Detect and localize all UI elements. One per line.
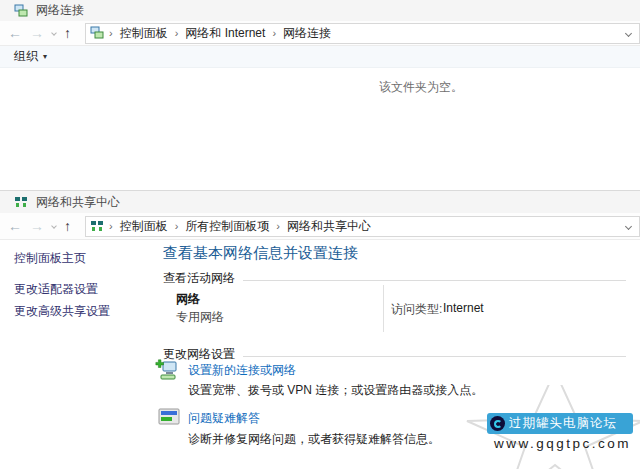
window1-content: 该文件夹为空。	[0, 68, 640, 188]
troubleshoot-icon[interactable]	[157, 407, 181, 429]
window2-address-bar[interactable]: › 控制面板 › 所有控制面板项 › 网络和共享中心	[85, 216, 640, 237]
window2-titlebar: 网络和共享中心	[0, 191, 640, 213]
breadcrumb-network-connections[interactable]: 网络连接	[281, 25, 333, 42]
breadcrumb-separator-icon: ›	[104, 220, 118, 232]
breadcrumb-separator-icon: ›	[271, 220, 285, 232]
back-button[interactable]: ←	[8, 219, 22, 233]
address-dropdown-icon[interactable]	[625, 222, 632, 229]
network-info-divider	[383, 285, 384, 332]
network-profile: 专用网络	[176, 309, 224, 326]
organize-label: 组织	[14, 48, 38, 65]
organize-button[interactable]: 组织 ▾	[14, 48, 47, 65]
forward-button[interactable]: →	[30, 219, 44, 233]
network-connections-window: 网络连接 ← → ↑ › 控制面板 › 网络和 Internet › 网络连接 …	[0, 0, 640, 189]
recent-pages-chevron-icon[interactable]	[51, 30, 57, 36]
breadcrumb-sharing-center[interactable]: 网络和共享中心	[285, 218, 373, 235]
active-networks-section-header: 查看活动网络	[163, 270, 626, 287]
network-settings-section-header: 更改网络设置	[163, 346, 626, 363]
breadcrumb-separator-icon: ›	[267, 27, 281, 39]
breadcrumb-network-internet[interactable]: 网络和 Internet	[183, 25, 267, 42]
task-desc-troubleshoot: 诊断并修复网络问题，或者获得疑难解答信息。	[188, 431, 440, 448]
access-type-label: 访问类型:	[391, 301, 442, 318]
recent-pages-chevron-icon[interactable]	[51, 223, 57, 229]
window2-title: 网络和共享中心	[36, 194, 120, 211]
sidebar-item-control-panel-home[interactable]: 控制面板主页	[14, 250, 86, 267]
forward-button[interactable]: →	[30, 26, 44, 40]
network-sharing-center-icon	[14, 195, 28, 209]
back-button[interactable]: ←	[8, 26, 22, 40]
watermark-site-url: www.gqgtpc.com	[494, 436, 631, 451]
breadcrumb-control-panel[interactable]: 控制面板	[118, 25, 170, 42]
sidebar-item-change-advanced-sharing[interactable]: 更改高级共享设置	[14, 303, 110, 320]
page-title: 查看基本网络信息并设置连接	[163, 244, 358, 263]
window2-content: 控制面板主页 更改适配器设置 更改高级共享设置 查看基本网络信息并设置连接 查看…	[0, 240, 640, 469]
watermark-site-name: 过期罐头电脑论坛	[509, 415, 617, 432]
breadcrumb-separator-icon: ›	[104, 27, 118, 39]
network-name: 网络	[176, 291, 200, 308]
window1-address-bar[interactable]: › 控制面板 › 网络和 Internet › 网络连接	[85, 23, 640, 44]
section-divider	[243, 356, 626, 357]
task-link-new-connection[interactable]: 设置新的连接或网络	[188, 362, 296, 379]
task-link-troubleshoot[interactable]: 问题疑难解答	[188, 410, 260, 427]
empty-folder-text: 该文件夹为空。	[379, 79, 463, 96]
active-networks-label: 查看活动网络	[163, 270, 235, 287]
window1-titlebar: 网络连接	[0, 0, 640, 21]
breadcrumb-all-items[interactable]: 所有控制面板项	[183, 218, 271, 235]
network-connections-icon	[14, 4, 28, 18]
breadcrumb-control-panel[interactable]: 控制面板	[118, 218, 170, 235]
new-connection-icon[interactable]	[155, 359, 181, 383]
task-desc-new-connection: 设置宽带、拨号或 VPN 连接；或设置路由器或接入点。	[188, 382, 483, 399]
access-type-value[interactable]: Internet	[443, 301, 484, 315]
window1-title: 网络连接	[36, 2, 84, 19]
window1-navbar: ← → ↑ › 控制面板 › 网络和 Internet › 网络连接	[0, 21, 640, 46]
address-sharing-center-icon	[90, 219, 104, 233]
breadcrumb-separator-icon: ›	[170, 27, 184, 39]
section-divider	[243, 280, 626, 281]
watermark-logo-icon	[490, 416, 505, 431]
breadcrumb-separator-icon: ›	[170, 220, 184, 232]
up-button[interactable]: ↑	[64, 219, 71, 233]
watermark-banner: 过期罐头电脑论坛	[487, 413, 633, 434]
window1-toolbar: 组织 ▾	[0, 46, 640, 68]
up-button[interactable]: ↑	[64, 26, 71, 40]
address-network-icon	[90, 26, 104, 40]
organize-dropdown-icon: ▾	[43, 52, 47, 61]
sidebar-item-change-adapter-settings[interactable]: 更改适配器设置	[14, 281, 98, 298]
window2-navbar: ← → ↑ › 控制面板 › 所有控制面板项 › 网络和共享中心	[0, 213, 640, 240]
address-dropdown-icon[interactable]	[625, 29, 632, 36]
